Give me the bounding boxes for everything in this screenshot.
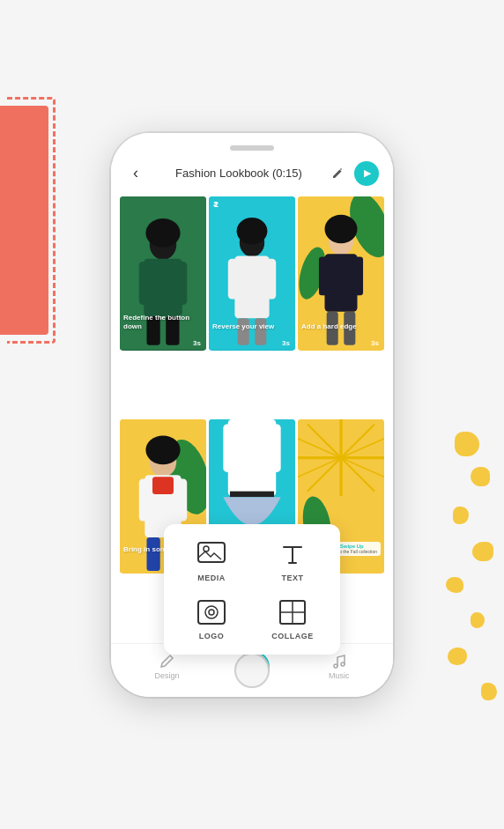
svg-point-15 — [237, 217, 268, 243]
yellow-blob-2 — [471, 467, 490, 486]
media-icon — [196, 538, 227, 570]
svg-rect-22 — [352, 256, 363, 295]
yellow-blob-4 — [472, 542, 493, 561]
grid-cell-1[interactable]: Redefine the button down 3s — [120, 196, 206, 351]
play-icon: ▶ — [364, 167, 371, 179]
logo-icon — [196, 596, 227, 628]
app-header: ‹ Fashion Lookbook (0:15) ▶ — [111, 133, 393, 193]
svg-point-55 — [209, 610, 214, 615]
svg-rect-11 — [228, 258, 240, 299]
yellow-blob-1 — [455, 432, 479, 456]
popup-label-text: TEXT — [281, 574, 303, 582]
nav-music[interactable]: Music — [329, 654, 350, 680]
yellow-blob-6 — [471, 612, 485, 628]
yellow-blob-3 — [453, 507, 469, 524]
svg-point-59 — [334, 664, 337, 668]
cell-duration-1: 3s — [193, 339, 201, 347]
svg-point-54 — [205, 606, 218, 618]
cell-text-3: Add a hard edge — [301, 322, 381, 331]
svg-point-52 — [204, 546, 209, 551]
svg-rect-53 — [198, 601, 225, 624]
bg-dashed-rect — [7, 97, 56, 344]
back-button[interactable]: ‹ — [125, 164, 146, 182]
svg-rect-10 — [234, 255, 269, 318]
svg-rect-31 — [175, 478, 187, 521]
popup-label-media: MEDIA — [197, 574, 226, 582]
nav-design[interactable]: Design — [154, 654, 179, 680]
popup-menu: MEDIA TEXT — [164, 524, 340, 655]
grid-cell-2[interactable]: 2 Reverse your view 3s 2 — [209, 196, 295, 351]
cell-duration-3: 3s — [371, 339, 379, 347]
phone-screen: ‹ Fashion Lookbook (0:15) ▶ — [111, 133, 393, 697]
svg-rect-38 — [223, 424, 236, 471]
svg-rect-40 — [230, 491, 274, 497]
yellow-blob-7 — [448, 648, 467, 665]
svg-rect-12 — [264, 258, 276, 299]
cell-text-2: Reverse your view — [212, 322, 292, 331]
popup-item-collage[interactable]: COLLAGE — [259, 596, 326, 640]
grid-cell-3[interactable]: Add a hard edge 3s — [298, 196, 384, 351]
edit-icon[interactable] — [331, 167, 344, 180]
yellow-blob-5 — [446, 577, 463, 593]
cell-text-1: Redefine the button down — [123, 314, 203, 330]
header-title: Fashion Lookbook (0:15) — [153, 167, 324, 180]
cell-duration-2: 3s — [282, 339, 290, 347]
text-icon — [277, 538, 308, 570]
yellow-blob-8 — [481, 683, 497, 700]
play-button[interactable]: ▶ — [354, 161, 379, 186]
svg-rect-3 — [139, 262, 151, 305]
svg-rect-35 — [152, 477, 174, 494]
phone-speaker — [230, 145, 274, 151]
popup-item-logo[interactable]: LOGO — [178, 596, 245, 640]
music-icon — [331, 654, 347, 670]
design-icon — [159, 654, 174, 670]
popup-item-text[interactable]: TEXT — [259, 538, 326, 582]
phone-frame: ‹ Fashion Lookbook (0:15) ▶ — [111, 133, 393, 697]
svg-rect-20 — [324, 254, 357, 311]
svg-point-60 — [341, 662, 345, 666]
svg-rect-30 — [139, 478, 151, 521]
nav-design-label: Design — [154, 671, 179, 680]
svg-point-7 — [145, 218, 180, 248]
svg-point-25 — [324, 214, 357, 243]
svg-point-34 — [145, 435, 180, 464]
collage-icon — [277, 596, 308, 628]
home-button[interactable] — [234, 653, 270, 688]
svg-rect-4 — [175, 262, 187, 305]
popup-label-collage: COLLAGE — [271, 632, 314, 640]
popup-item-media[interactable]: MEDIA — [178, 538, 245, 582]
nav-music-label: Music — [329, 671, 350, 680]
svg-rect-21 — [319, 256, 330, 295]
popup-label-logo: LOGO — [199, 632, 225, 640]
svg-rect-39 — [267, 424, 280, 471]
